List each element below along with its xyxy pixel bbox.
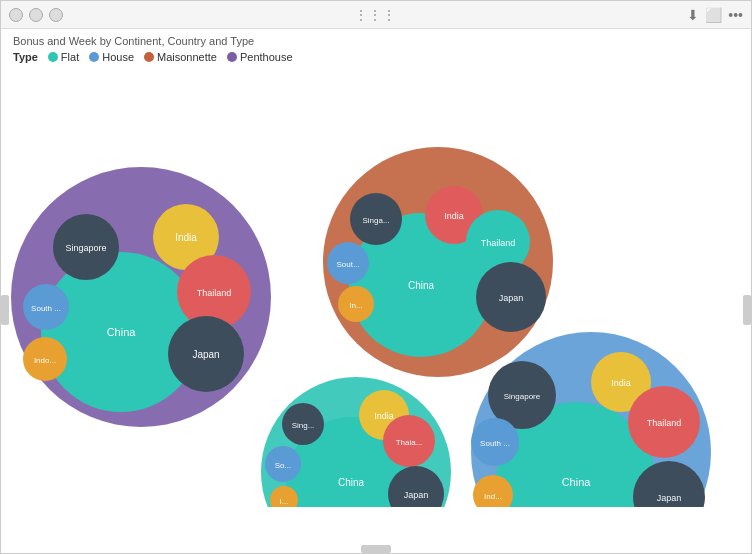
legend-item-house: House [89, 51, 134, 63]
btn-back[interactable] [9, 8, 23, 22]
svg-text:India: India [175, 232, 197, 243]
btn-forward[interactable] [29, 8, 43, 22]
scroll-bottom[interactable] [361, 545, 391, 553]
svg-text:South ...: South ... [31, 304, 61, 313]
legend-label: Flat [61, 51, 79, 63]
svg-text:I...: I... [280, 497, 289, 506]
download-icon[interactable]: ⬇ [687, 7, 699, 23]
svg-text:Indo...: Indo... [34, 356, 56, 365]
window-icon[interactable]: ⬜ [705, 7, 722, 23]
svg-text:Sout...: Sout... [336, 260, 359, 269]
svg-text:South ...: South ... [480, 439, 510, 448]
legend-label: Maisonnette [157, 51, 217, 63]
svg-text:China: China [107, 326, 137, 338]
svg-text:Ind...: Ind... [484, 492, 502, 501]
legend-item-penthouse: Penthouse [227, 51, 293, 63]
svg-text:Japan: Japan [657, 493, 682, 503]
svg-text:China: China [408, 280, 435, 291]
svg-text:China: China [562, 476, 592, 488]
chart-title: Bonus and Week by Continent, Country and… [1, 29, 751, 49]
svg-text:India: India [444, 211, 464, 221]
titlebar-drag: ⋮⋮⋮ [354, 7, 396, 23]
main-window: ⋮⋮⋮ ⬇ ⬜ ••• Bonus and Week by Continent,… [0, 0, 752, 554]
svg-text:Japan: Japan [404, 490, 429, 500]
legend-item-flat: Flat [48, 51, 79, 63]
legend-dot [89, 52, 99, 62]
svg-text:Japan: Japan [192, 349, 219, 360]
more-icon[interactable]: ••• [728, 7, 743, 23]
legend-title: Type [13, 51, 38, 63]
svg-text:Singa...: Singa... [362, 216, 389, 225]
svg-text:Singapore: Singapore [504, 392, 541, 401]
svg-text:Thailand: Thailand [197, 288, 232, 298]
svg-text:India: India [374, 411, 394, 421]
legend-label: Penthouse [240, 51, 293, 63]
svg-text:In...: In... [349, 301, 362, 310]
legend-dot [144, 52, 154, 62]
titlebar: ⋮⋮⋮ ⬇ ⬜ ••• [1, 1, 751, 29]
legend-item-maisonnette: Maisonnette [144, 51, 217, 63]
svg-text:China: China [338, 477, 365, 488]
svg-text:Thaia...: Thaia... [396, 438, 423, 447]
svg-text:India: India [611, 378, 631, 388]
legend-dot [48, 52, 58, 62]
legend: Type FlatHouseMaisonnettePenthouse [1, 49, 751, 67]
svg-text:Singapore: Singapore [65, 243, 106, 253]
svg-text:Japan: Japan [499, 293, 524, 303]
chart-area: China India Thailand Japan Singapore Sou… [1, 67, 751, 553]
svg-text:Thailand: Thailand [647, 418, 682, 428]
legend-dot [227, 52, 237, 62]
titlebar-actions: ⬇ ⬜ ••• [687, 7, 743, 23]
bubble-chart-svg: China India Thailand Japan Singapore Sou… [1, 67, 751, 507]
btn-up[interactable] [49, 8, 63, 22]
svg-text:Sing...: Sing... [292, 421, 315, 430]
svg-text:So...: So... [275, 461, 291, 470]
legend-label: House [102, 51, 134, 63]
titlebar-controls [9, 8, 63, 22]
svg-text:Thailand: Thailand [481, 238, 516, 248]
